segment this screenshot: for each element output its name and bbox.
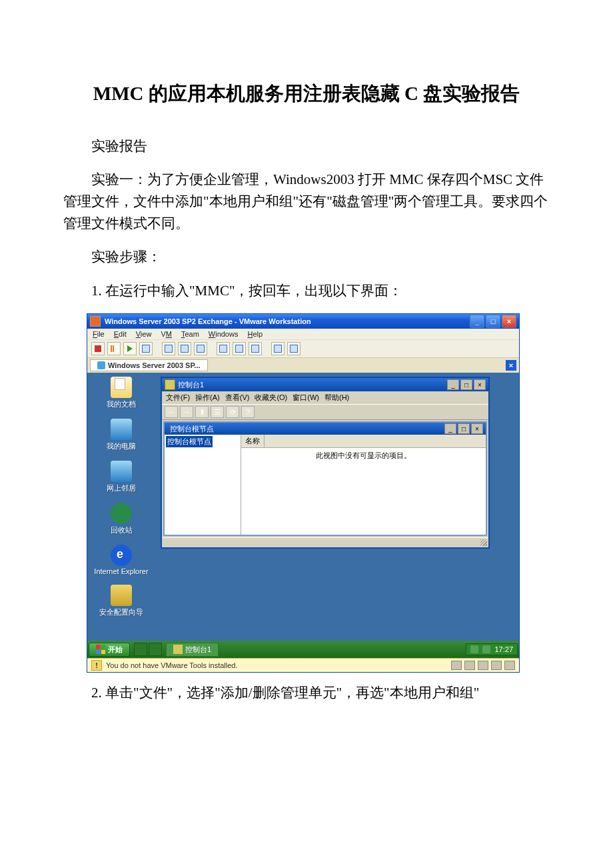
summary-button[interactable] bbox=[233, 342, 246, 355]
mmc-close-button[interactable]: × bbox=[474, 379, 486, 390]
menu-vm[interactable]: VM bbox=[161, 330, 172, 338]
vmware-title-text: Windows Server 2003 SP2 Exchange - VMwar… bbox=[105, 317, 311, 325]
vmware-titlebar[interactable]: Windows Server 2003 SP2 Exchange - VMwar… bbox=[87, 314, 519, 329]
reset-button[interactable] bbox=[139, 342, 153, 355]
device-icon[interactable] bbox=[478, 661, 488, 670]
ie-icon bbox=[111, 545, 132, 566]
vmware-menubar[interactable]: File Edit View VM Team Windows Help bbox=[87, 329, 519, 340]
menu-team[interactable]: Team bbox=[181, 330, 199, 338]
mmc-menu-file[interactable]: 文件(F) bbox=[166, 393, 190, 403]
list-empty-message: 此视图中没有可显示的项目。 bbox=[241, 448, 486, 535]
suspend-button[interactable] bbox=[107, 342, 121, 355]
vm-tab-active[interactable]: Windows Server 2003 SP... bbox=[90, 359, 208, 371]
fullscreen-button[interactable] bbox=[249, 342, 262, 355]
mmc-child-maximize-button[interactable]: □ bbox=[458, 423, 470, 434]
mmc-titlebar[interactable]: 控制台1 _ □ × bbox=[162, 378, 488, 391]
quicklaunch-desktop-icon[interactable] bbox=[149, 643, 162, 656]
mmc-menu-action[interactable]: 操作(A) bbox=[195, 393, 220, 403]
vm-tab-close-button[interactable]: × bbox=[506, 360, 516, 371]
mmc-child-titlebar[interactable]: 控制台根节点 _ □ × bbox=[165, 423, 486, 435]
menu-help[interactable]: Help bbox=[247, 330, 263, 338]
unity-button[interactable] bbox=[287, 342, 301, 355]
mmc-child-minimize-button[interactable]: _ bbox=[444, 423, 456, 434]
mmc-window[interactable]: 控制台1 _ □ × 文件(F) 操作(A) 查看(V) 收藏夹(O) 窗口(W… bbox=[161, 377, 490, 549]
vm-tab-icon bbox=[97, 361, 105, 369]
vmware-statusbar: ! You do not have VMware Tools installed… bbox=[87, 658, 519, 672]
revert-button[interactable] bbox=[178, 342, 191, 355]
list-header[interactable]: 名称 bbox=[241, 435, 486, 448]
mmc-maximize-button[interactable]: □ bbox=[460, 379, 472, 390]
mmc-child-window[interactable]: 控制台根节点 _ □ × 控制台根节点 bbox=[163, 421, 487, 536]
maximize-button[interactable]: □ bbox=[486, 315, 500, 328]
tree-root-node[interactable]: 控制台根节点 bbox=[166, 436, 213, 447]
mmc-resize-grip[interactable] bbox=[162, 537, 488, 547]
desktop-icon-ie[interactable]: Internet Explorer bbox=[94, 545, 148, 575]
mmc-app-icon bbox=[165, 379, 175, 390]
mmc-child-title-text: 控制台根节点 bbox=[170, 424, 214, 434]
security-wizard-icon bbox=[111, 585, 132, 606]
desktop-icon-label: 回收站 bbox=[111, 525, 133, 535]
mmc-menu-favorites[interactable]: 收藏夹(O) bbox=[255, 393, 287, 403]
poweron-button[interactable] bbox=[123, 342, 137, 355]
poweroff-button[interactable] bbox=[91, 342, 105, 355]
task-mmc-icon bbox=[173, 645, 183, 654]
vmware-window: Windows Server 2003 SP2 Exchange - VMwar… bbox=[87, 313, 520, 673]
clock: 17:27 bbox=[494, 645, 513, 653]
desktop-icon-mydocs[interactable]: 我的文档 bbox=[107, 377, 136, 409]
para-report-label: 实验报告 bbox=[63, 135, 550, 157]
desktop-icon-network[interactable]: 网上邻居 bbox=[107, 461, 136, 493]
mmc-minimize-button[interactable]: _ bbox=[447, 379, 459, 390]
para-steps-label: 实验步骤： bbox=[63, 246, 550, 268]
vmware-toolbar bbox=[87, 340, 519, 358]
guest-desktop[interactable]: 我的文档 我的电脑 网上邻居 回收站 bbox=[87, 373, 519, 658]
mmc-menubar[interactable]: 文件(F) 操作(A) 查看(V) 收藏夹(O) 窗口(W) 帮助(H) bbox=[162, 391, 488, 404]
tray-icon[interactable] bbox=[470, 645, 478, 653]
desktop-icon-label: Internet Explorer bbox=[94, 567, 148, 575]
mmc-menu-view[interactable]: 查看(V) bbox=[225, 393, 250, 403]
start-button[interactable]: 开始 bbox=[89, 643, 130, 657]
mmc-up-button[interactable]: ⬆ bbox=[195, 406, 209, 418]
desktop-icon-label: 我的文档 bbox=[107, 399, 136, 409]
quicklaunch-ie-icon[interactable] bbox=[134, 643, 147, 656]
network-icon bbox=[111, 461, 132, 482]
desktop-icon-recyclebin[interactable]: 回收站 bbox=[111, 503, 133, 535]
mmc-menu-window[interactable]: 窗口(W) bbox=[293, 393, 319, 403]
desktop-icon-label: 网上邻居 bbox=[107, 483, 136, 493]
tray-icon[interactable] bbox=[482, 645, 490, 653]
quick-launch bbox=[134, 643, 162, 656]
column-spacer bbox=[265, 435, 486, 447]
mmc-list-pane[interactable]: 名称 此视图中没有可显示的项目。 bbox=[241, 435, 486, 535]
mmc-forward-button[interactable]: → bbox=[180, 406, 193, 418]
device-icon[interactable] bbox=[464, 661, 475, 670]
device-icon[interactable] bbox=[451, 661, 462, 670]
device-icon[interactable] bbox=[504, 661, 515, 670]
taskbar-task-mmc[interactable]: 控制台1 bbox=[166, 643, 219, 657]
menu-edit[interactable]: Edit bbox=[114, 330, 127, 338]
quickswitch-button[interactable] bbox=[271, 342, 285, 355]
mmc-menu-help[interactable]: 帮助(H) bbox=[324, 393, 349, 403]
menu-view[interactable]: View bbox=[136, 330, 152, 338]
system-tray[interactable]: 17:27 bbox=[466, 643, 518, 655]
show-console-button[interactable] bbox=[217, 342, 230, 355]
mmc-tree-pane[interactable]: 控制台根节点 bbox=[165, 435, 241, 535]
desktop-icon-security-wizard[interactable]: 安全配置向导 bbox=[99, 585, 143, 617]
start-label: 开始 bbox=[108, 645, 123, 655]
close-button[interactable]: × bbox=[502, 315, 516, 328]
manage-snapshots-button[interactable] bbox=[194, 342, 207, 355]
minimize-button[interactable]: _ bbox=[470, 315, 484, 328]
snapshot-button[interactable] bbox=[162, 342, 175, 355]
mmc-properties-button[interactable]: ☰ bbox=[211, 406, 224, 418]
device-icon[interactable] bbox=[491, 661, 502, 670]
menu-windows[interactable]: Windows bbox=[209, 330, 239, 338]
mmc-toolbar: ← → ⬆ ☰ ⟳ ? bbox=[162, 404, 488, 420]
mmc-refresh-button[interactable]: ⟳ bbox=[226, 406, 239, 418]
menu-file[interactable]: File bbox=[93, 330, 105, 338]
mmc-title-text: 控制台1 bbox=[178, 380, 204, 390]
mmc-back-button[interactable]: ← bbox=[165, 406, 178, 418]
mmc-help-button[interactable]: ? bbox=[241, 406, 255, 418]
mmc-child-close-button[interactable]: × bbox=[471, 423, 483, 434]
taskbar[interactable]: 开始 控制台1 17:27 bbox=[87, 641, 519, 658]
column-name[interactable]: 名称 bbox=[241, 435, 265, 447]
desktop-icon-mycomputer[interactable]: 我的电脑 bbox=[107, 419, 136, 451]
vmware-status-text: You do not have VMware Tools installed. bbox=[106, 661, 238, 669]
